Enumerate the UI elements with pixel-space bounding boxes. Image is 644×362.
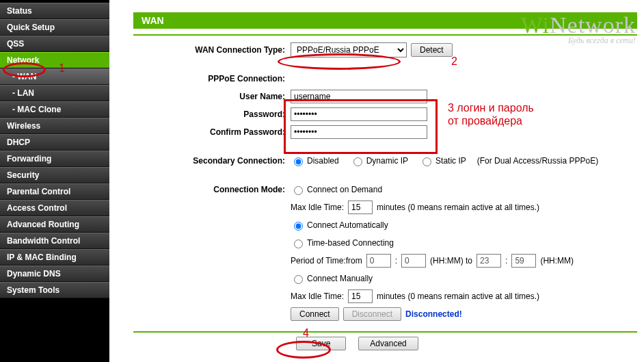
divider — [133, 331, 637, 333]
sidebar-item-advanced-routing[interactable]: Advanced Routing — [0, 216, 109, 233]
radio-secondary-disabled-input[interactable] — [294, 157, 303, 166]
connection-status: Disconnected! — [405, 309, 462, 319]
radio-mode-time[interactable]: Time-based Connecting — [291, 237, 394, 248]
sidebar-item-wireless[interactable]: Wireless — [0, 118, 109, 134]
radio-mode-manual-input[interactable] — [294, 275, 303, 284]
max-idle-1-input[interactable] — [348, 201, 373, 214]
label-max-idle-2: Max Idle Time: — [291, 292, 344, 301]
radio-secondary-dynamic-input[interactable] — [353, 157, 362, 166]
wan-connection-type-select[interactable]: PPPoE/Russia PPPoE — [291, 42, 407, 57]
label-conn-mode: Connection Mode: — [133, 185, 291, 194]
page-title: WAN — [133, 12, 637, 29]
sidebar-item-ip-mac-binding[interactable]: IP & MAC Binding — [0, 249, 109, 266]
idle-note-1: minutes (0 means remain active at all ti… — [377, 203, 539, 212]
divider — [133, 34, 637, 36]
sidebar-item-mac-clone[interactable]: - MAC Clone — [0, 101, 109, 118]
label-period-from: Period of Time:from — [291, 256, 362, 266]
sidebar-item-system-tools[interactable]: System Tools — [0, 282, 109, 298]
sidebar-item-quick-setup[interactable]: Quick Setup — [0, 19, 109, 36]
sidebar-item-access-control[interactable]: Access Control — [0, 200, 109, 216]
sidebar-item-dhcp[interactable]: DHCP — [0, 134, 109, 151]
period-from-hour-input[interactable] — [366, 254, 391, 268]
main-content: WAN WAN Connection Type: PPPoE/Russia PP… — [120, 0, 644, 362]
radio-mode-auto-input[interactable] — [294, 222, 303, 231]
confirm-password-input[interactable] — [291, 125, 427, 139]
sidebar-item-status[interactable]: Status — [0, 3, 109, 19]
sidebar-item-qss[interactable]: QSS — [0, 36, 109, 52]
sidebar-item-parental-control[interactable]: Parental Control — [0, 183, 109, 200]
label-period-to: (HH:MM) to — [430, 256, 472, 266]
radio-secondary-disabled[interactable]: Disabled — [291, 155, 339, 166]
label-pppoe-section: PPPoE Connection: — [133, 74, 291, 83]
sidebar-item-network[interactable]: Network — [0, 52, 109, 68]
radio-mode-manual[interactable]: Connect Manually — [291, 273, 373, 284]
radio-label: Dynamic IP — [366, 156, 408, 166]
period-to-min-input[interactable] — [511, 254, 536, 268]
radio-mode-on-demand-input[interactable] — [294, 186, 303, 195]
detect-button[interactable]: Detect — [411, 43, 453, 57]
radio-secondary-static-input[interactable] — [422, 157, 431, 166]
radio-mode-time-input[interactable] — [294, 240, 303, 248]
save-button[interactable]: Save — [296, 337, 346, 350]
colon: : — [395, 256, 397, 266]
sidebar-item-dynamic-dns[interactable]: Dynamic DNS — [0, 266, 109, 282]
secondary-note: (For Dual Access/Russia PPPoE) — [477, 156, 598, 166]
connect-button[interactable]: Connect — [291, 307, 339, 321]
period-from-min-input[interactable] — [401, 254, 426, 268]
label-username: User Name: — [133, 92, 291, 101]
label-confirm-password: Confirm Password: — [133, 127, 291, 137]
username-input[interactable] — [291, 90, 427, 103]
sidebar-item-wan[interactable]: - WAN — [0, 68, 109, 85]
radio-label: Connect on Demand — [307, 185, 382, 194]
disconnect-button[interactable]: Disconnect — [343, 307, 401, 321]
max-idle-2-input[interactable] — [348, 289, 373, 303]
radio-label: Connect Automatically — [307, 220, 388, 230]
radio-label: Static IP — [435, 156, 466, 166]
sidebar-item-forwarding[interactable]: Forwarding — [0, 151, 109, 167]
radio-label: Time-based Connecting — [307, 238, 394, 248]
label-wan-conn-type: WAN Connection Type: — [133, 45, 291, 55]
password-input[interactable] — [291, 107, 427, 121]
radio-secondary-static[interactable]: Static IP — [419, 155, 466, 166]
radio-mode-on-demand[interactable]: Connect on Demand — [291, 184, 382, 195]
advanced-button[interactable]: Advanced — [358, 337, 418, 350]
idle-note-2: minutes (0 means remain active at all ti… — [377, 292, 539, 301]
sidebar: StatusQuick SetupQSSNetwork- WAN- LAN- M… — [0, 0, 109, 362]
radio-label: Disabled — [307, 156, 339, 166]
label-secondary-conn: Secondary Connection: — [133, 156, 291, 166]
sidebar-item-security[interactable]: Security — [0, 167, 109, 183]
radio-mode-auto[interactable]: Connect Automatically — [291, 220, 388, 231]
radio-secondary-dynamic[interactable]: Dynamic IP — [350, 155, 408, 166]
label-max-idle: Max Idle Time: — [291, 203, 344, 212]
label-password: Password: — [133, 109, 291, 119]
label-period-suffix: (HH:MM) — [540, 256, 574, 266]
sidebar-item-lan[interactable]: - LAN — [0, 85, 109, 101]
period-to-hour-input[interactable] — [477, 254, 501, 268]
radio-label: Connect Manually — [307, 274, 373, 283]
colon: : — [505, 256, 507, 266]
sidebar-item-bandwidth-control[interactable]: Bandwidth Control — [0, 233, 109, 249]
